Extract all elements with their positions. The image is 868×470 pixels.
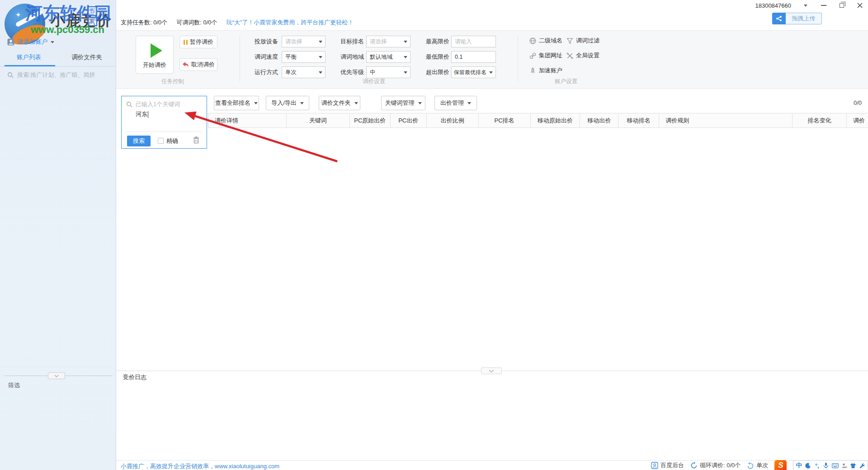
priority-select-value: 中 — [370, 69, 376, 75]
chevron-down-icon — [467, 102, 471, 104]
boost-account-button[interactable]: 加速账户 — [529, 66, 562, 75]
add-account-button[interactable]: 请添加账户 — [7, 38, 54, 46]
group-url-button[interactable]: 集团网址 — [529, 52, 562, 60]
undo-arrow-icon — [182, 62, 189, 68]
column-header: 调价 — [847, 113, 868, 127]
tab-account-list[interactable]: 账户列表 — [0, 53, 58, 65]
column-header: 移动出价 — [580, 113, 618, 127]
ime-settings-wrench-icon[interactable] — [858, 461, 867, 470]
pause-icon — [184, 40, 188, 45]
start-bidding-button[interactable]: 开始调价 — [136, 36, 174, 74]
global-settings-button[interactable]: 全局设置 — [566, 52, 599, 60]
close-icon — [857, 3, 863, 8]
run-mode-select[interactable]: 单次 — [282, 66, 326, 78]
tab-bid-folder[interactable]: 调价文件夹 — [58, 53, 116, 65]
cancel-bidding-button[interactable]: 取消调价 — [179, 58, 217, 71]
word-filter-label: 调词过滤 — [576, 37, 599, 45]
chevron-down-icon — [404, 41, 407, 43]
logged-account-number: 18300847660 — [755, 2, 791, 9]
column-header: 出价比例 — [427, 113, 479, 127]
restore-button[interactable] — [838, 2, 845, 9]
priority-select[interactable]: 中 — [366, 66, 410, 78]
keyword-search-hint: 已输入1个关键词 — [136, 100, 180, 108]
log-collapse-button[interactable] — [481, 367, 502, 374]
baidu-backend-label: 百度后台 — [660, 461, 684, 470]
column-header: 调价规则 — [659, 113, 793, 127]
row-counter: 0/0 — [836, 99, 862, 106]
close-button[interactable] — [856, 2, 863, 9]
group-url-label: 集团网址 — [539, 52, 562, 60]
import-export-label: 导入/导出 — [271, 99, 297, 107]
field-label-priority: 优先等级 — [340, 66, 364, 78]
chevron-down-icon — [404, 56, 407, 58]
minimize-button[interactable] — [820, 2, 827, 9]
drag-upload-button[interactable]: 拖拽上传 — [772, 13, 822, 24]
chevron-down-icon — [489, 370, 494, 372]
ime-moon-icon[interactable] — [803, 461, 812, 470]
chevron-down-icon — [54, 375, 59, 377]
keyword-search-button[interactable]: 搜索 — [127, 136, 151, 146]
minimize-icon — [821, 5, 826, 6]
ime-keyboard-icon[interactable] — [830, 461, 840, 470]
ime-profile-icon[interactable] — [840, 461, 849, 470]
chevron-down-icon — [300, 102, 304, 104]
text-cursor — [148, 111, 148, 118]
logo-star-icon: ✦ — [15, 11, 21, 19]
chevron-down-icon — [418, 102, 422, 104]
ime-skin-shirt-icon[interactable] — [849, 461, 858, 470]
target-rank-select[interactable]: 请选择 — [366, 36, 410, 47]
column-header: 移动排名 — [618, 113, 659, 127]
ime-chinese-toggle[interactable]: 中 — [794, 461, 803, 470]
region-select[interactable]: 默认地域 — [366, 51, 410, 63]
device-select-value: 请选择 — [285, 38, 302, 45]
sidebar-tabs: 账户列表 调价文件夹 — [0, 53, 116, 65]
ime-punctuation-toggle[interactable]: °, — [812, 461, 821, 470]
promo-link[interactable]: 玩“大”了！小鹿管家免费用，跨平台推广更轻松！ — [226, 19, 354, 27]
ime-microphone-icon[interactable] — [821, 461, 830, 470]
sidebar-search-input[interactable]: 搜索:推广计划、推广组、简拼 — [7, 71, 95, 79]
ime-toolbar: 中 °, — [793, 460, 868, 470]
baidu-backend-button[interactable]: 百度后台 — [651, 461, 684, 470]
filter-section-label: 筛选 — [8, 381, 20, 390]
keyword-manage-dropdown[interactable]: 关键词管理 — [381, 96, 425, 110]
section-label-task-control: 任务控制 — [150, 78, 195, 85]
speed-select[interactable]: 平衡 — [282, 51, 326, 63]
keyword-search-input[interactable]: 已输入1个关键词 — [126, 100, 180, 108]
column-header: PC排名 — [479, 113, 531, 127]
watermark-badge-char: 度 — [88, 17, 97, 26]
refresh-icon — [690, 462, 698, 469]
run-mode-status[interactable]: 单次 — [747, 461, 768, 470]
chevron-down-icon — [319, 41, 322, 43]
sidebar-collapse-button[interactable] — [48, 372, 65, 379]
pause-bidding-label: 暂停调价 — [190, 38, 213, 46]
run-mode-select-value: 单次 — [285, 69, 297, 75]
exact-match-checkbox[interactable] — [158, 138, 164, 144]
bid-manage-dropdown[interactable]: 出价管理 — [434, 96, 477, 110]
info-bar: 支持任务数: 0/0个 可调词数: 0/0个 玩“大”了！小鹿管家免费用，跨平台… — [121, 19, 354, 27]
subdomain-button[interactable]: 二级域名 — [529, 37, 562, 45]
start-bidding-label: 开始调价 — [143, 61, 166, 69]
cancel-bidding-label: 取消调价 — [191, 61, 215, 69]
sogou-ime-logo[interactable]: S — [774, 460, 787, 470]
keyword-typed-text[interactable]: 河东 — [136, 110, 148, 118]
max-price-input[interactable]: 请输入 — [451, 36, 496, 47]
over-limit-select[interactable]: 保留最优排名 — [451, 66, 496, 78]
rocket-icon — [529, 67, 536, 74]
loop-bidding-status[interactable]: 循环调价: 0/0个 — [690, 461, 741, 470]
log-title: 竞价日志 — [123, 373, 146, 381]
view-all-ranks-dropdown[interactable]: 查看全部排名 — [214, 96, 259, 110]
footer-promo-link[interactable]: 小鹿推广，高效提升企业营销效率，www.xiaolutuiguang.com — [121, 462, 279, 470]
bid-folder-dropdown[interactable]: 调价文件夹 — [319, 96, 360, 110]
word-filter-button[interactable]: 调词过滤 — [566, 37, 599, 45]
user-icon — [7, 38, 14, 46]
min-price-input[interactable]: 0.1 — [451, 51, 496, 63]
device-select[interactable]: 请选择 — [282, 36, 326, 47]
exact-match-label: 精确 — [166, 137, 178, 145]
pause-bidding-button[interactable]: 暂停调价 — [179, 36, 217, 48]
field-label-max-price: 最高限价 — [426, 36, 449, 47]
chevron-down-icon — [254, 102, 258, 104]
over-limit-select-value: 保留最优排名 — [454, 69, 486, 75]
clear-keywords-trash-icon[interactable] — [193, 136, 199, 146]
import-export-dropdown[interactable]: 导入/导出 — [266, 96, 309, 110]
account-dropdown-button[interactable] — [802, 2, 809, 9]
